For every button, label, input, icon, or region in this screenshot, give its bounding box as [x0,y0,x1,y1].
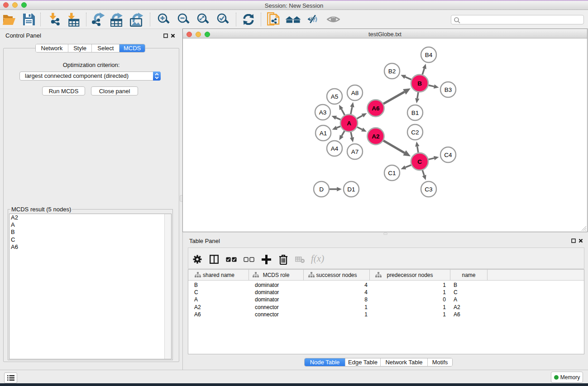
svg-text:A: A [347,120,351,127]
svg-text:B: B [417,80,422,87]
svg-text:A3: A3 [319,109,327,116]
svg-text:B2: B2 [388,68,396,75]
svg-text:A2: A2 [372,133,379,140]
svg-text:C3: C3 [425,186,432,193]
svg-text:A6: A6 [372,105,380,112]
svg-text:B1: B1 [411,110,419,116]
svg-text:B4: B4 [425,52,433,58]
svg-text:B3: B3 [445,86,452,93]
svg-text:C2: C2 [411,129,419,136]
svg-text:A7: A7 [351,148,359,155]
svg-text:D: D [319,186,324,193]
svg-text:A4: A4 [331,145,339,152]
svg-text:A1: A1 [320,130,327,137]
svg-text:C1: C1 [388,170,396,176]
svg-text:A8: A8 [351,90,359,96]
svg-text:C: C [417,158,422,165]
svg-text:A5: A5 [331,93,339,100]
svg-text:C4: C4 [444,152,452,158]
svg-text:D1: D1 [347,186,355,193]
